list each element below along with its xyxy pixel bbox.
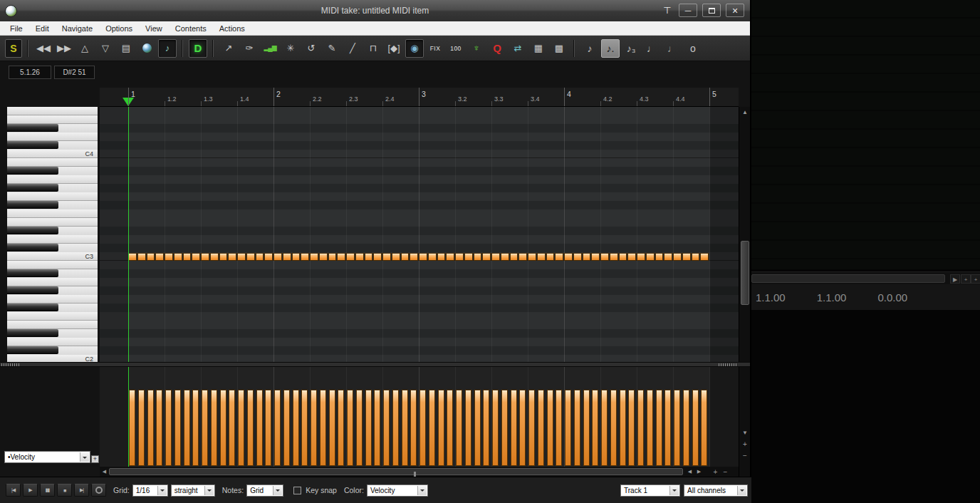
midi-note[interactable] — [174, 253, 182, 261]
velocity-bar[interactable] — [365, 390, 372, 466]
midi-note[interactable] — [183, 253, 192, 261]
main-scroll-right-icon[interactable]: ▶ — [950, 274, 960, 284]
cc-lane-select[interactable]: •Velocity — [4, 451, 90, 463]
menu-actions[interactable]: Actions — [213, 24, 251, 33]
velocity-bar[interactable] — [547, 390, 553, 466]
pin-button[interactable]: ⊤ — [661, 4, 674, 17]
midi-note[interactable] — [319, 253, 328, 261]
midi-note[interactable] — [219, 253, 228, 261]
velocity-scrollbar[interactable]: ▼ + − — [739, 367, 750, 467]
grid-swing-select[interactable]: straight — [171, 484, 215, 497]
midi-note[interactable] — [528, 253, 536, 261]
piano-key-as3[interactable] — [7, 167, 98, 175]
midi-note[interactable] — [410, 253, 418, 261]
velocity-bar[interactable] — [202, 390, 208, 466]
piano-key-d4[interactable] — [7, 133, 98, 141]
midi-note[interactable] — [573, 253, 582, 261]
menu-contents[interactable]: Contents — [169, 24, 213, 33]
midi-note[interactable] — [555, 253, 563, 261]
velocity-bar[interactable] — [147, 390, 154, 466]
midi-note[interactable] — [382, 253, 391, 261]
line-tool-button[interactable]: ╱ — [343, 39, 362, 58]
octave-up-button[interactable]: △ — [75, 39, 94, 58]
velocity-bar[interactable] — [392, 390, 399, 466]
velocity-bar[interactable] — [220, 390, 226, 466]
splitter-grip-icon[interactable] — [1, 363, 20, 366]
velocity-bar[interactable] — [229, 390, 235, 466]
scroll-down-icon[interactable]: ▼ — [739, 427, 751, 437]
channel-select[interactable]: All channels — [684, 484, 748, 497]
midi-note[interactable] — [583, 253, 591, 261]
maximize-button[interactable] — [702, 4, 721, 17]
piano-key-e2[interactable] — [7, 321, 98, 329]
horizontal-scrollbar-thumb[interactable] — [109, 468, 683, 475]
velocity-bar[interactable] — [356, 390, 363, 466]
midi-note[interactable] — [637, 253, 645, 261]
octave-down-button[interactable]: ▽ — [96, 39, 115, 58]
velocity-bar[interactable] — [429, 390, 435, 466]
event-list-button[interactable]: ▤ — [117, 39, 135, 58]
midi-note[interactable] — [337, 253, 345, 261]
piano-key-c2[interactable]: C2 — [7, 355, 98, 362]
velocity-bar[interactable] — [329, 390, 335, 466]
velocity-bar[interactable] — [347, 390, 353, 466]
velocity-bar[interactable] — [637, 390, 644, 466]
split-notes-button[interactable]: ✳ — [281, 39, 300, 58]
midi-note[interactable] — [437, 253, 446, 261]
velocity-bar[interactable] — [511, 390, 517, 466]
piano-key-e4[interactable] — [7, 115, 98, 124]
menu-file[interactable]: File — [4, 24, 29, 33]
piano-key-as2[interactable] — [7, 269, 98, 278]
grid-division-select[interactable]: 1/16 — [132, 484, 168, 497]
piano-key-cs3[interactable] — [7, 244, 98, 252]
velocity-bar[interactable] — [519, 390, 526, 466]
velocity-bar[interactable] — [501, 390, 508, 466]
key-snap-checkbox[interactable] — [293, 487, 301, 494]
close-button[interactable]: × — [726, 4, 744, 17]
midi-note[interactable] — [627, 253, 636, 261]
piano-key-b3[interactable] — [7, 158, 98, 167]
midi-note[interactable] — [501, 253, 509, 261]
midi-note[interactable] — [664, 253, 672, 261]
piano-key-a2[interactable] — [7, 278, 98, 286]
midi-note[interactable] — [673, 253, 682, 261]
midi-note[interactable] — [510, 253, 518, 261]
h-zoom-out-icon[interactable]: − — [721, 467, 730, 477]
menu-edit[interactable]: Edit — [29, 24, 56, 33]
midi-note[interactable] — [310, 253, 318, 261]
piano-key-ds4[interactable] — [7, 124, 98, 133]
velocity-bar[interactable] — [647, 390, 653, 466]
velocity-bar[interactable] — [674, 390, 680, 466]
midi-note[interactable] — [655, 253, 664, 261]
piano-key-d2[interactable] — [7, 338, 98, 346]
midi-note[interactable] — [346, 253, 355, 261]
velocity-bar[interactable] — [465, 390, 471, 466]
menu-options[interactable]: Options — [99, 24, 139, 33]
marquee-tool-button[interactable]: [◆] — [385, 39, 403, 58]
repeat-button[interactable] — [91, 484, 106, 497]
velocity-bar[interactable] — [192, 390, 199, 466]
midi-note[interactable] — [619, 253, 627, 261]
velocity-bar[interactable] — [683, 390, 689, 466]
midi-note[interactable] — [201, 253, 209, 261]
midi-note[interactable] — [392, 253, 400, 261]
scroll-right-step-icon[interactable]: ▶ — [694, 467, 704, 477]
velocity-bar[interactable] — [438, 390, 444, 466]
cc-lanes-button[interactable]: ▂▄▆ — [261, 39, 279, 58]
dock-button[interactable]: D — [189, 39, 207, 58]
prev-measure-button[interactable]: ◀◀ — [34, 39, 53, 58]
titlebar[interactable]: MIDI take: untitled MIDI item ⊤─× — [0, 0, 750, 21]
midi-note[interactable] — [646, 253, 655, 261]
main-scrollbar-thumb[interactable] — [751, 274, 945, 283]
piano-keyboard[interactable]: C4C3C2 — [0, 107, 100, 362]
edit-lock-button[interactable]: ✑ — [240, 39, 259, 58]
velocity-bar[interactable] — [274, 390, 281, 466]
piano-key-cs2[interactable] — [7, 346, 98, 355]
pause-button[interactable]: ▮▮ — [40, 484, 55, 497]
scroll-left-step-icon[interactable]: ◀ — [685, 467, 694, 477]
go-to-start-button[interactable]: |◀ — [6, 484, 21, 497]
piano-key-fs3[interactable] — [7, 201, 98, 209]
velocity-bar[interactable] — [301, 390, 308, 466]
note-listen-button[interactable]: ♆ — [467, 39, 486, 58]
velocity-bar[interactable] — [283, 390, 290, 466]
